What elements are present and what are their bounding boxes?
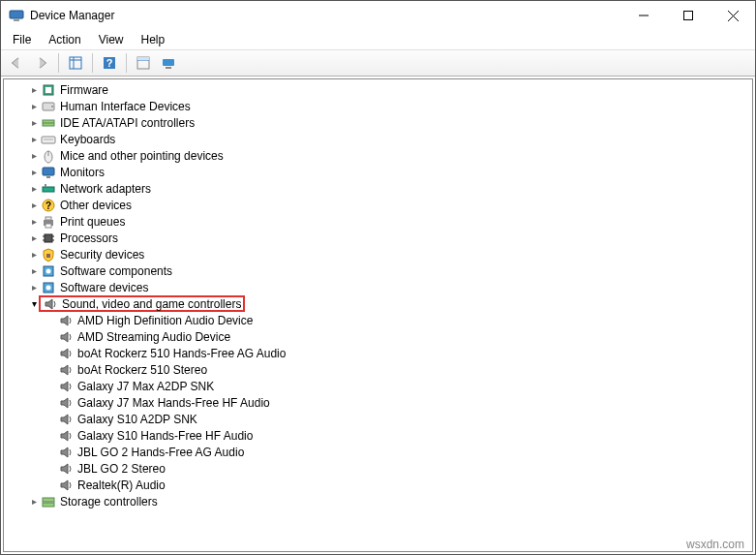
svg-rect-33	[45, 217, 51, 220]
expand-icon[interactable]: ▸	[27, 249, 41, 260]
sound-icon	[58, 478, 74, 493]
expand-icon[interactable]: ▸	[27, 183, 41, 194]
svg-point-44	[46, 285, 51, 290]
tree-device[interactable]: AMD Streaming Audio Device	[10, 328, 752, 345]
tree-device[interactable]: Galaxy J7 Max Hands-Free HF Audio	[10, 394, 752, 411]
expand-icon[interactable]: ▸	[27, 216, 41, 227]
svg-rect-35	[45, 234, 52, 242]
show-hide-tree-button[interactable]	[64, 51, 87, 75]
help-button[interactable]: ?	[98, 51, 121, 75]
sound-icon	[58, 461, 74, 477]
svg-rect-28	[43, 187, 54, 192]
expand-icon[interactable]: ▸	[27, 265, 41, 276]
svg-rect-13	[137, 57, 149, 60]
svg-rect-45	[43, 498, 54, 502]
close-button[interactable]	[711, 1, 755, 30]
tree-category[interactable]: ▸Mice and other pointing devices	[10, 147, 752, 164]
expand-icon[interactable]: ▸	[27, 282, 41, 293]
category-label: Firmware	[60, 83, 108, 97]
mouse-icon	[41, 148, 56, 164]
expand-icon[interactable]: ▸	[27, 167, 41, 177]
expand-icon[interactable]: ▸	[27, 117, 41, 128]
device-label: Realtek(R) Audio	[77, 478, 166, 492]
svg-rect-1	[14, 19, 19, 21]
sound-icon	[58, 412, 74, 427]
firmware-icon	[41, 82, 56, 98]
expand-icon[interactable]: ▸	[27, 150, 41, 161]
device-label: Galaxy S10 A2DP SNK	[77, 413, 197, 426]
expand-icon[interactable]: ▸	[27, 232, 41, 243]
tree-category[interactable]: ▸Monitors	[10, 164, 752, 180]
menu-view[interactable]: View	[91, 31, 132, 48]
expand-icon[interactable]: ▸	[27, 200, 41, 210]
toolbar-separator	[58, 53, 59, 73]
tree-category[interactable]: ▸Software components	[10, 262, 752, 279]
category-label: Monitors	[60, 166, 105, 179]
tree-device[interactable]: Galaxy S10 Hands-Free HF Audio	[10, 427, 752, 444]
category-label: Sound, video and game controllers	[62, 297, 241, 311]
tree-category[interactable]: ▸Processors	[10, 230, 752, 246]
svg-rect-26	[43, 168, 54, 175]
properties-button[interactable]	[132, 51, 155, 75]
tree-device[interactable]: boAt Rockerz 510 Hands-Free AG Audio	[10, 345, 752, 361]
sound-icon	[58, 395, 74, 411]
tree-device[interactable]: Realtek(R) Audio	[10, 477, 752, 493]
device-tree[interactable]: ▸Firmware▸Human Interface Devices▸IDE AT…	[4, 79, 752, 551]
svg-point-42	[46, 268, 51, 273]
tree-device[interactable]: Galaxy S10 A2DP SNK	[10, 411, 752, 427]
title-bar[interactable]: Device Manager	[1, 1, 755, 30]
monitor-icon	[41, 165, 56, 180]
tree-device[interactable]: JBL GO 2 Stereo	[10, 460, 752, 477]
svg-rect-29	[45, 184, 46, 187]
tree-device[interactable]: Galaxy J7 Max A2DP SNK	[10, 378, 752, 394]
menu-action[interactable]: Action	[41, 31, 88, 48]
category-label: Security devices	[60, 248, 144, 262]
device-label: boAt Rockerz 510 Stereo	[77, 363, 207, 377]
app-icon	[9, 8, 24, 23]
device-label: Galaxy J7 Max Hands-Free HF Audio	[77, 396, 270, 410]
menu-help[interactable]: Help	[134, 31, 173, 48]
minimize-button[interactable]	[621, 1, 666, 30]
expand-icon[interactable]: ▸	[27, 134, 41, 144]
sound-icon	[58, 445, 74, 460]
svg-rect-14	[163, 59, 174, 66]
category-label: Other devices	[60, 199, 132, 212]
tree-category[interactable]: ▸Print queues	[10, 213, 752, 230]
forward-button[interactable]	[30, 51, 53, 75]
window-title: Device Manager	[30, 9, 114, 22]
tree-category[interactable]: ▸Software devices	[10, 279, 752, 295]
device-label: AMD Streaming Audio Device	[77, 330, 230, 344]
sound-icon	[58, 362, 74, 378]
expand-icon[interactable]: ▸	[27, 101, 41, 111]
tree-category[interactable]: ▸IDE ATA/ATAPI controllers	[10, 114, 752, 131]
svg-point-19	[51, 106, 53, 108]
tree-device[interactable]: AMD High Definition Audio Device	[10, 312, 752, 328]
tree-category[interactable]: ▸Network adapters	[10, 180, 752, 197]
back-button[interactable]	[5, 51, 28, 75]
scan-hardware-button[interactable]	[157, 51, 180, 75]
cpu-icon	[41, 231, 56, 246]
tree-device[interactable]: boAt Rockerz 510 Stereo	[10, 361, 752, 378]
tree-category[interactable]: ▸Storage controllers	[10, 493, 752, 509]
menu-file[interactable]: File	[5, 31, 39, 48]
tree-category[interactable]: ▸Keyboards	[10, 131, 752, 147]
tree-category[interactable]: ▸Firmware	[10, 81, 752, 98]
maximize-button[interactable]	[666, 1, 711, 30]
network-icon	[41, 181, 56, 197]
tree-device[interactable]: JBL GO 2 Hands-Free AG Audio	[10, 444, 752, 460]
security-icon	[41, 247, 56, 262]
sound-icon	[58, 346, 74, 361]
expand-icon[interactable]: ▸	[27, 84, 41, 95]
printer-icon	[41, 214, 56, 230]
expand-icon[interactable]: ▸	[27, 496, 41, 507]
svg-rect-17	[45, 87, 51, 93]
tree-category[interactable]: ▾Sound, video and game controllers	[10, 295, 752, 312]
sound-icon	[58, 428, 74, 444]
tree-category[interactable]: ▸Security devices	[10, 246, 752, 262]
tree-category[interactable]: ▸Human Interface Devices	[10, 98, 752, 114]
hid-icon	[41, 99, 56, 114]
tree-category[interactable]: ▸?Other devices	[10, 197, 752, 213]
sound-icon	[58, 313, 74, 328]
device-manager-window: Device Manager File Action View Help ? ▸…	[0, 0, 756, 555]
keyboard-icon	[41, 132, 56, 147]
